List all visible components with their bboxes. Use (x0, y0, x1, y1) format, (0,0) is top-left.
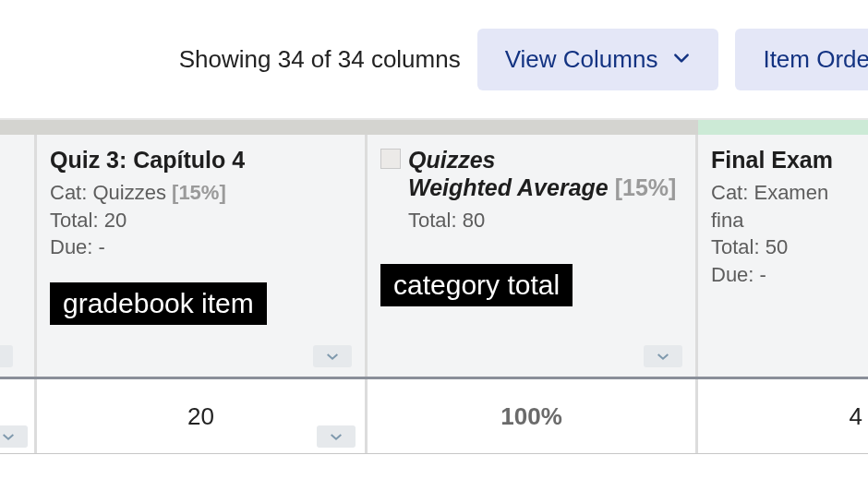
category-checkbox[interactable] (380, 149, 401, 169)
row-menu-button[interactable] (0, 425, 28, 448)
column-menu-button[interactable] (313, 345, 352, 367)
cell-menu-button[interactable] (317, 425, 356, 448)
column-headers-row: Quiz 3: Capítulo 4 Cat: Quizzes [15%] To… (0, 135, 868, 377)
column-meta: Total: 80 (408, 207, 682, 234)
chevron-down-icon (672, 45, 691, 74)
column-menu-button[interactable] (644, 345, 682, 367)
column-header-quiz3[interactable]: Quiz 3: Capítulo 4 Cat: Quizzes [15%] To… (37, 135, 368, 377)
item-order-label: Item Orde (763, 45, 868, 74)
columns-count-text: Showing 34 of 34 columns (179, 45, 461, 74)
category-color-strip (0, 120, 868, 135)
grade-cell-quiz3[interactable]: 20 (37, 379, 368, 453)
data-row: 20 100% 4 (0, 377, 868, 454)
row-menu-button[interactable] (0, 345, 13, 367)
toolbar: Showing 34 of 34 columns View Columns It… (0, 0, 868, 120)
annotation-category-total: category total (380, 264, 573, 306)
annotation-gradebook-item: gradebook item (50, 282, 267, 325)
column-meta: Cat: Quizzes [15%] Total: 20 Due: - (50, 179, 352, 261)
grade-value: 100% (500, 402, 562, 431)
item-order-button[interactable]: Item Orde (735, 29, 868, 90)
view-columns-button[interactable]: View Columns (477, 29, 719, 90)
grade-value: 4 (850, 402, 862, 431)
column-title: Final Exam (711, 146, 855, 174)
row-stub-cell (0, 379, 37, 453)
column-meta: Cat: Examen fina Total: 50 Due: - (711, 179, 855, 289)
column-header-quizzes-avg[interactable]: Quizzes Weighted Average [15%] Total: 80… (368, 135, 698, 377)
grade-value: 20 (187, 402, 214, 431)
column-title: Quiz 3: Capítulo 4 (50, 146, 352, 174)
header-stub (0, 135, 37, 377)
view-columns-label: View Columns (505, 45, 658, 74)
column-title-line2: Weighted Average [15%] (408, 174, 676, 201)
column-header-final-exam[interactable]: Final Exam Cat: Examen fina Total: 50 Du… (698, 135, 868, 377)
column-title-line1: Quizzes (408, 146, 676, 174)
grade-cell-final-exam[interactable]: 4 (698, 379, 868, 453)
grade-cell-quizzes-avg: 100% (368, 379, 698, 453)
